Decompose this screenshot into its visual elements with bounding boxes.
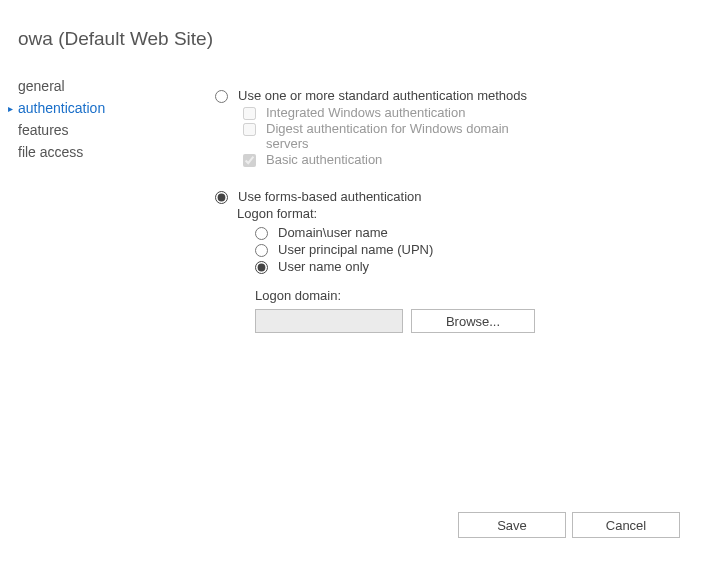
sidebar-item-label: general	[18, 78, 65, 94]
sidebar-item-label: authentication	[18, 100, 105, 116]
sidebar-item-file-access[interactable]: file access	[18, 141, 178, 163]
browse-button[interactable]: Browse...	[411, 309, 535, 333]
footer-buttons: Save Cancel	[458, 512, 680, 538]
iwa-checkbox[interactable]	[243, 107, 256, 120]
sidebar-item-label: file access	[18, 144, 83, 160]
standard-auth-radio[interactable]	[215, 90, 228, 103]
standard-auth-label: Use one or more standard authentication …	[238, 88, 527, 103]
logon-domain-label: Logon domain:	[255, 288, 675, 303]
digest-label: Digest authentication for Windows domain…	[266, 121, 526, 151]
sidebar-item-general[interactable]: general	[18, 75, 178, 97]
basic-checkbox[interactable]	[243, 154, 256, 167]
logon-format-label: Logon format:	[237, 206, 675, 221]
forms-auth-radio[interactable]	[215, 191, 228, 204]
logon-user-only-radio[interactable]	[255, 261, 268, 274]
basic-label: Basic authentication	[266, 152, 382, 167]
forms-auth-label: Use forms-based authentication	[238, 189, 422, 204]
sidebar-item-label: features	[18, 122, 69, 138]
digest-checkbox[interactable]	[243, 123, 256, 136]
save-button[interactable]: Save	[458, 512, 566, 538]
iwa-label: Integrated Windows authentication	[266, 105, 465, 120]
content-panel: Use one or more standard authentication …	[215, 88, 675, 355]
sidebar-item-authentication[interactable]: ▸ authentication	[18, 97, 178, 119]
logon-user-only-label: User name only	[278, 259, 369, 274]
sidebar: general ▸ authentication features file a…	[18, 75, 178, 163]
cancel-button[interactable]: Cancel	[572, 512, 680, 538]
caret-icon: ▸	[8, 103, 13, 114]
sidebar-item-features[interactable]: features	[18, 119, 178, 141]
logon-domain-user-radio[interactable]	[255, 227, 268, 240]
logon-domain-input[interactable]	[255, 309, 403, 333]
logon-upn-radio[interactable]	[255, 244, 268, 257]
forms-auth-group: Use forms-based authentication Logon for…	[215, 189, 675, 333]
logon-domain-user-label: Domain\user name	[278, 225, 388, 240]
standard-auth-group: Use one or more standard authentication …	[215, 88, 675, 167]
logon-upn-label: User principal name (UPN)	[278, 242, 433, 257]
page-title: owa (Default Web Site)	[18, 28, 213, 50]
